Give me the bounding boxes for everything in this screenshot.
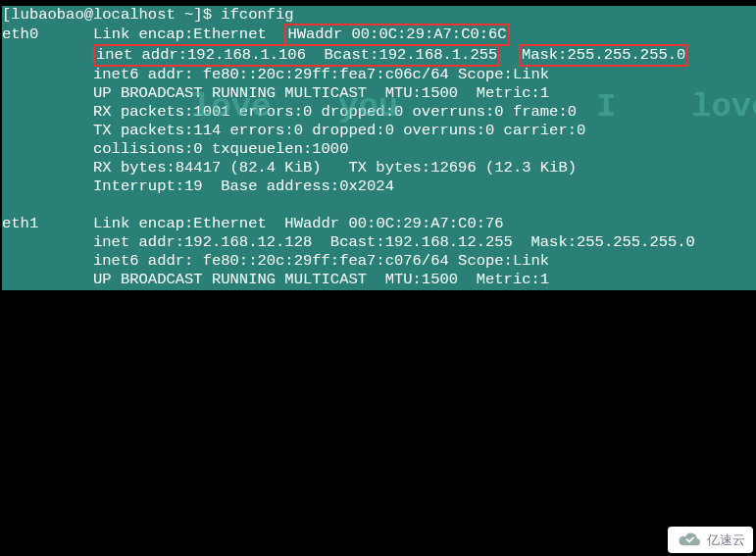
eth0-rx-packets: RX packets:1001 errors:0 dropped:0 overr… xyxy=(2,103,756,122)
prompt-line[interactable]: [lubaobao@localhost ~]$ ifconfig xyxy=(2,6,756,25)
mask-highlight: Mask:255.255.255.0 xyxy=(519,44,688,67)
eth1-inet6: inet6 addr: fe80::20c:29ff:fea7:c076/64 … xyxy=(2,252,756,271)
eth1-inet: inet addr:192.168.12.128 Bcast:192.168.1… xyxy=(2,233,756,252)
shell-prompt: [lubaobao@localhost ~]$ xyxy=(2,6,221,24)
eth1-flags: UP BROADCAST RUNNING MULTICAST MTU:1500 … xyxy=(2,271,756,289)
typed-command: ifconfig xyxy=(221,6,293,24)
terminal-green-region: [lubaobao@localhost ~]$ ifconfig eth0 Li… xyxy=(2,6,756,290)
eth0-bytes: RX bytes:84417 (82.4 KiB) TX bytes:12696… xyxy=(2,159,756,177)
brand-badge: 亿速云 xyxy=(668,527,753,553)
iface-name: eth0 xyxy=(2,25,38,43)
blank-line xyxy=(2,196,756,215)
eth0-interrupt: Interrupt:19 Base address:0x2024 xyxy=(2,177,756,196)
terminal-output: [lubaobao@localhost ~]$ ifconfig eth0 Li… xyxy=(0,0,756,290)
inet-addr-highlight: inet addr:192.168.1.106 Bcast:192.168.1.… xyxy=(93,44,500,67)
hwaddr-highlight: HWaddr 00:0C:29:A7:C0:6C xyxy=(284,24,509,46)
iface-name: eth1 xyxy=(2,215,38,232)
cloud-icon xyxy=(676,531,703,549)
badge-label: 亿速云 xyxy=(707,531,745,549)
eth0-line1: eth0 Link encap:Ethernet HWaddr 00:0C:29… xyxy=(2,25,756,45)
eth0-flags: UP BROADCAST RUNNING MULTICAST MTU:1500 … xyxy=(2,84,756,103)
eth0-collisions: collisions:0 txqueuelen:1000 xyxy=(2,140,756,159)
eth0-tx-packets: TX packets:114 errors:0 dropped:0 overru… xyxy=(2,122,756,140)
eth0-line2: inet addr:192.168.1.106 Bcast:192.168.1.… xyxy=(2,45,756,66)
eth0-inet6: inet6 addr: fe80::20c:29ff:fea7:c06c/64 … xyxy=(2,66,756,84)
eth1-line1: eth1 Link encap:Ethernet HWaddr 00:0C:29… xyxy=(2,215,756,233)
